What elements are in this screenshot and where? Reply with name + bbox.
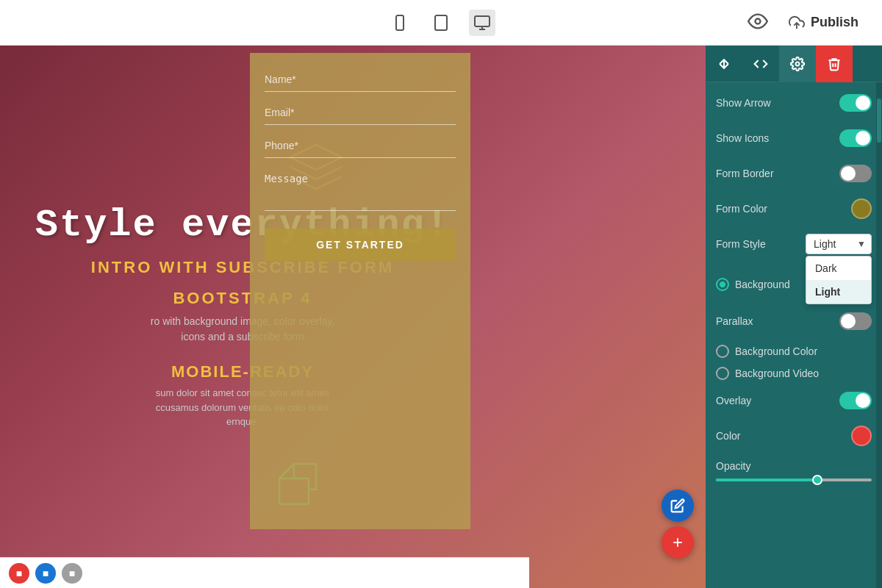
fab-add-button[interactable]: + bbox=[662, 526, 694, 559]
svg-point-14 bbox=[796, 62, 800, 65]
desktop-device-btn[interactable] bbox=[469, 10, 495, 36]
message-input[interactable] bbox=[265, 167, 456, 211]
svg-rect-2 bbox=[435, 15, 447, 30]
gear-toolbar-btn[interactable] bbox=[779, 46, 816, 82]
phone-input[interactable] bbox=[265, 134, 456, 158]
bottom-bar: ■ ■ ■ bbox=[0, 557, 529, 588]
sort-toolbar-btn[interactable] bbox=[706, 46, 742, 82]
background-radio[interactable] bbox=[716, 278, 729, 291]
form-style-row: Form Style Dark Light ▼ Dark Light bbox=[716, 232, 872, 256]
show-arrow-row: Show Arrow bbox=[716, 91, 872, 115]
show-icons-knob bbox=[856, 131, 870, 146]
background-video-label: Background Video bbox=[735, 368, 819, 379]
top-bar: Publish bbox=[0, 0, 882, 46]
form-style-select[interactable]: Dark Light bbox=[806, 234, 872, 254]
publish-button[interactable]: Publish bbox=[780, 9, 867, 37]
settings-panel[interactable]: Show Arrow Show Icons Form Border bbox=[706, 82, 882, 588]
mobile-device-btn[interactable] bbox=[387, 10, 413, 36]
form-style-label: Form Style bbox=[716, 238, 806, 250]
background-video-row: Background Video bbox=[716, 367, 872, 380]
show-icons-toggle[interactable] bbox=[839, 129, 872, 147]
fab-edit-button[interactable] bbox=[662, 490, 694, 522]
scroll-thumb bbox=[877, 98, 881, 143]
background-video-radio[interactable] bbox=[716, 367, 729, 380]
color-row: Color bbox=[716, 424, 872, 448]
form-border-row: Form Border bbox=[716, 162, 872, 185]
right-panel: Show Arrow Show Icons Form Border bbox=[706, 46, 882, 588]
email-input[interactable] bbox=[265, 101, 456, 125]
svg-rect-0 bbox=[396, 15, 404, 30]
show-arrow-knob bbox=[856, 96, 870, 110]
form-border-knob bbox=[841, 166, 856, 181]
show-icons-label: Show Icons bbox=[716, 132, 839, 144]
bottom-btn-blue[interactable]: ■ bbox=[35, 563, 56, 584]
form-style-dropdown-wrapper: Dark Light ▼ Dark Light bbox=[806, 234, 872, 254]
overlay-toggle[interactable] bbox=[839, 392, 872, 409]
form-color-swatch[interactable] bbox=[851, 198, 872, 219]
form-panel: GET STARTED bbox=[250, 53, 470, 529]
background-color-row: Background Color bbox=[716, 345, 872, 358]
main-area: Style everything! INTRO WITH SUBSCRIBE F… bbox=[0, 46, 882, 588]
phone-field[interactable] bbox=[265, 134, 456, 158]
show-arrow-label: Show Arrow bbox=[716, 97, 839, 109]
preview-icon[interactable] bbox=[747, 11, 768, 35]
parallax-toggle[interactable] bbox=[839, 312, 872, 330]
background-radio-wrapper: Background bbox=[716, 278, 790, 291]
form-submit-button[interactable]: GET STARTED bbox=[265, 229, 456, 261]
opacity-slider-track[interactable] bbox=[716, 478, 872, 481]
opacity-row: Opacity bbox=[716, 459, 872, 481]
form-border-label: Form Border bbox=[716, 168, 839, 179]
color-label: Color bbox=[716, 430, 851, 442]
overlay-row: Overlay bbox=[716, 389, 872, 412]
email-field[interactable] bbox=[265, 101, 456, 125]
show-icons-row: Show Icons bbox=[716, 126, 872, 150]
canvas: Style everything! INTRO WITH SUBSCRIBE F… bbox=[0, 46, 706, 588]
svg-point-7 bbox=[755, 18, 760, 24]
overlay-knob bbox=[856, 393, 870, 408]
color-swatch[interactable] bbox=[851, 426, 872, 446]
svg-rect-4 bbox=[475, 16, 490, 26]
background-color-radio[interactable] bbox=[716, 345, 729, 358]
scrollbar[interactable] bbox=[876, 82, 882, 588]
code-toolbar-btn[interactable] bbox=[742, 46, 779, 82]
form-border-toggle[interactable] bbox=[839, 165, 872, 182]
parallax-knob bbox=[841, 314, 856, 329]
name-field[interactable] bbox=[265, 68, 456, 92]
publish-label: Publish bbox=[811, 15, 858, 30]
background-color-label: Background Color bbox=[735, 345, 817, 357]
form-color-row: Form Color bbox=[716, 197, 872, 220]
panel-toolbar bbox=[706, 46, 882, 82]
form-style-dropdown-menu: Dark Light bbox=[806, 256, 872, 304]
device-switcher bbox=[387, 10, 495, 36]
opacity-label: Opacity bbox=[716, 460, 750, 472]
parallax-row: Parallax bbox=[716, 309, 872, 333]
show-arrow-toggle[interactable] bbox=[839, 94, 872, 112]
top-bar-actions: Publish bbox=[747, 9, 867, 37]
opacity-slider-thumb[interactable] bbox=[812, 475, 822, 485]
parallax-label: Parallax bbox=[716, 315, 839, 327]
dropdown-item-light[interactable]: Light bbox=[806, 280, 871, 304]
fab-add-icon: + bbox=[673, 532, 683, 553]
message-field[interactable] bbox=[265, 167, 456, 214]
form-color-label: Form Color bbox=[716, 203, 851, 215]
opacity-slider-fill bbox=[716, 478, 817, 481]
overlay-label: Overlay bbox=[716, 395, 839, 406]
delete-toolbar-btn[interactable] bbox=[816, 46, 853, 82]
name-input[interactable] bbox=[265, 68, 456, 92]
tablet-device-btn[interactable] bbox=[428, 10, 454, 36]
background-label: Background bbox=[735, 279, 790, 290]
bottom-btn-gray[interactable]: ■ bbox=[62, 563, 82, 584]
dropdown-item-dark[interactable]: Dark bbox=[806, 257, 871, 280]
bottom-btn-red[interactable]: ■ bbox=[9, 563, 29, 584]
